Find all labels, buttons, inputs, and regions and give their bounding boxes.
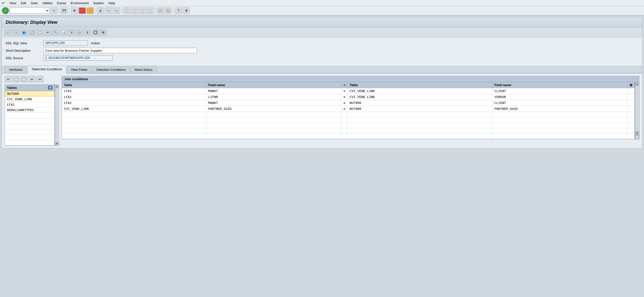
menu-help[interactable]: Help — [108, 1, 115, 5]
join-row-1: LFA1 MANDT = CVI_VEND_LINK CLIENT — [62, 88, 634, 94]
tables-list: Tables ⊞ BUT000 CVI_VEND_LINK LFA1 DDDDL… — [5, 84, 55, 146]
col-icon[interactable]: ⊞ — [628, 82, 634, 88]
join-row-4-table1: CVI_VEND_LINK — [62, 106, 206, 112]
tabs-container: Attributes Table/Join Conditions View Fi… — [2, 66, 642, 73]
ddl-source-input[interactable] — [43, 55, 113, 61]
command-input[interactable] — [10, 8, 50, 13]
join-empty-3 — [62, 123, 634, 128]
shortcut-button-1[interactable]: ⚙ — [71, 7, 78, 14]
table-row-lfa1[interactable]: LFA1 — [5, 102, 54, 107]
join-row-2-field2: VENDOR — [492, 94, 628, 100]
join-row-4: CVI_VEND_LINK PARTNER_GUID = BUT000 PART… — [62, 106, 634, 112]
copy-button-1[interactable]: 📋 — [123, 7, 130, 14]
ddl-source-label: DDL Source — [6, 56, 40, 60]
toolbar: ✓ « 💾 ⚙ 🔴 🔶 🖨 🔍 🔍 📋 📋 📋 📋 🪟 🪟 ❓ 🖥 — [0, 6, 644, 15]
cut-button[interactable]: ✂ — [5, 76, 12, 82]
left-panel: ✂ 📋 📋 ↩ ↩ Tables ⊞ BUT000 CVI_VEND_LINK … — [5, 76, 59, 146]
copy-button-4[interactable]: 📋 — [147, 7, 154, 14]
menu-view[interactable]: View — [10, 1, 16, 5]
paste-button[interactable]: 📋 — [20, 76, 28, 82]
tables-columns-icon[interactable]: ⊞ — [48, 86, 52, 90]
menu-environment[interactable]: Environment — [70, 1, 89, 5]
print-button[interactable]: 🖨 — [97, 7, 104, 14]
join-scroll-down[interactable]: ▼ — [635, 131, 639, 135]
shortcut-button-3[interactable]: 🔶 — [87, 7, 94, 14]
join-table: Table Field name = Table Field name ⊞ LF… — [62, 82, 634, 139]
col-field2: Field name — [492, 82, 628, 88]
window-button-2[interactable]: 🪟 — [165, 7, 172, 14]
table-row-cvi-vend-link[interactable]: CVI_VEND_LINK — [5, 96, 54, 102]
nav-back-button[interactable]: « — [50, 7, 58, 14]
copy-button-2[interactable]: 📋 — [131, 7, 138, 14]
menu-system[interactable]: System — [93, 1, 104, 5]
join-row-2-table1: LFA1 — [62, 94, 206, 100]
join-row-3-field2: CLIENT — [492, 100, 628, 106]
sec-box-button[interactable]: □ — [76, 29, 83, 36]
sec-wrench-button[interactable]: 🔧 — [52, 29, 59, 36]
tab-selection-conditions[interactable]: Selection Conditions — [92, 66, 130, 73]
join-row-2-field1: LIFNR — [206, 94, 341, 100]
sec-grid-button-1[interactable]: 🔲 — [92, 29, 99, 36]
join-row-3-empty — [628, 100, 634, 106]
sec-grid-button-2[interactable]: ⊞ — [100, 29, 107, 36]
join-scroll-corner — [635, 135, 639, 139]
join-row-1-field2: CLIENT — [492, 88, 628, 94]
short-desc-input[interactable] — [43, 48, 197, 53]
tables-scrollbar: ▲ ▼ — [55, 84, 59, 146]
copy-table-button[interactable]: 📋 — [13, 76, 20, 82]
tables-header: Tables ⊞ — [5, 85, 54, 91]
tab-attributes[interactable]: Attributes — [5, 66, 27, 73]
table-row-but000[interactable]: BUT000 — [5, 91, 54, 96]
save-button[interactable]: 💾 — [61, 7, 68, 14]
scroll-up-arrow[interactable]: ▲ — [55, 84, 59, 88]
help-button[interactable]: ❓ — [175, 7, 182, 14]
menu-utilities[interactable]: Utilities — [42, 1, 53, 5]
sec-users-button[interactable]: 👥 — [20, 29, 28, 36]
exit-icon[interactable]: ↵ — [2, 1, 5, 5]
find-button-1[interactable]: 🔍 — [105, 7, 112, 14]
short-desc-row: Short Description — [6, 48, 638, 53]
ddl-sql-view-input[interactable] — [43, 40, 88, 46]
sec-list-button[interactable]: ≡ — [68, 29, 75, 36]
shortcut-button-2[interactable]: 🔴 — [79, 7, 86, 14]
monitor-button[interactable]: 🖥 — [183, 7, 190, 14]
sec-chart-button[interactable]: 📊 — [60, 29, 67, 36]
sec-forward-button[interactable]: → — [13, 29, 20, 36]
col-table2: Table — [348, 82, 492, 88]
table-row-ddddlchartypes[interactable]: DDDDLCHARTYPES — [5, 107, 54, 113]
join-row-3-table2: BUT000 — [348, 100, 492, 106]
ddl-source-row: DDL Source — [6, 55, 638, 61]
table-toolbar: ✂ 📋 📋 ↩ ↩ — [5, 76, 59, 82]
menu-goto[interactable]: Goto — [31, 1, 38, 5]
menu-extras[interactable]: Extras — [57, 1, 66, 5]
undo-button-1[interactable]: ↩ — [28, 76, 36, 82]
sec-refresh-button[interactable]: 🔄 — [28, 29, 36, 36]
join-row-4-field2: PARTNER_GUID — [492, 106, 628, 112]
find-button-2[interactable]: 🔍 — [113, 7, 120, 14]
divider-1 — [59, 8, 59, 13]
scroll-track — [55, 88, 59, 142]
sec-copy-button[interactable]: 📋 — [36, 29, 43, 36]
undo-button-2[interactable]: ↩ — [36, 76, 43, 82]
join-row-1-table1: LFA1 — [62, 88, 206, 94]
join-row-3: LFA1 MANDT = BUT000 CLIENT — [62, 100, 634, 106]
tab-view-fields[interactable]: View Fields — [67, 66, 92, 73]
window-button-1[interactable]: 🪟 — [157, 7, 164, 14]
confirm-button[interactable]: ✓ — [2, 7, 9, 14]
main-content: Dictionary: Display View ← → 👥 🔄 📋 ✏ 🔧 📊… — [2, 17, 642, 148]
copy-button-3[interactable]: 📋 — [139, 7, 146, 14]
sec-info-button[interactable]: ℹ — [84, 29, 91, 36]
tab-maint-status[interactable]: Maint.Status — [130, 66, 156, 73]
divider-6 — [173, 8, 174, 13]
join-row-3-eq: = — [341, 100, 348, 106]
col-field1: Field name — [206, 82, 341, 88]
sec-edit-button[interactable]: ✏ — [44, 29, 51, 36]
join-scrollbar: ▲ ▼ — [635, 82, 639, 139]
tab-table-join[interactable]: Table/Join Conditions — [27, 66, 66, 73]
sec-back-button[interactable]: ← — [5, 29, 12, 36]
join-row-1-field1: MANDT — [206, 88, 341, 94]
scroll-down-arrow[interactable]: ▼ — [55, 142, 59, 146]
col-eq: = — [341, 82, 348, 88]
menu-edit[interactable]: Edit — [21, 1, 26, 5]
join-scroll-up[interactable]: ▲ — [635, 82, 639, 86]
